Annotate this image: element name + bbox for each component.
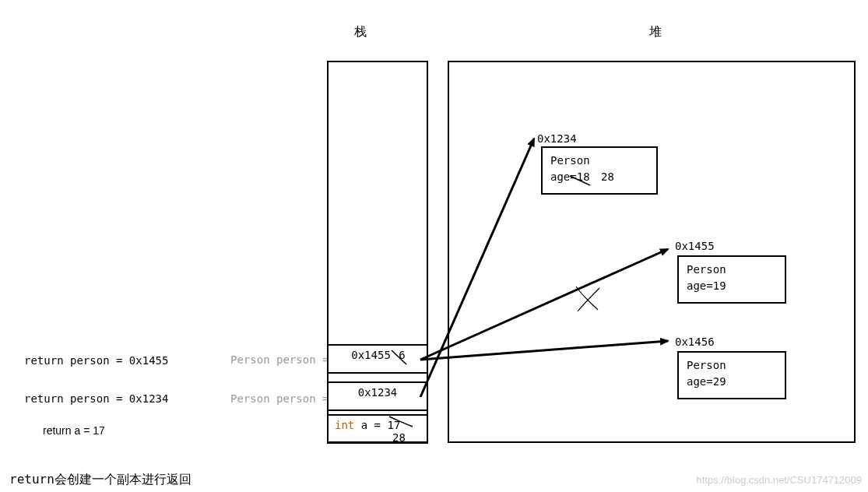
heap-box (448, 61, 856, 443)
stack-cell-1-overwrite: 6 (399, 349, 405, 361)
stack-cell-3-new: 28 (392, 431, 406, 444)
stack-cell-3: int a = 17 28 (327, 414, 428, 444)
heap-obj1-age-old: 18 (577, 170, 590, 183)
gray-person-person-1: Person person = (230, 353, 329, 366)
return-a: return a = 17 (43, 424, 105, 437)
stack-cell-3-old: 17 (387, 419, 400, 431)
stack-cell-3-int: int (335, 419, 354, 431)
return-person-2: return person = 0x1234 (24, 392, 168, 405)
heap-obj3-line1: Person (687, 357, 777, 374)
heap-obj2-line1: Person (687, 262, 777, 278)
gray-person-person-2: Person person = (230, 392, 329, 405)
stack-cell-3-mid: a = (354, 419, 387, 431)
heap-obj2-box: Person age=19 (677, 255, 786, 304)
watermark: https://blog.csdn.net/CSU174712009 (697, 474, 862, 486)
heap-obj2-line2: age=19 (687, 278, 777, 294)
heap-obj3-line2: age=29 (687, 374, 777, 390)
heap-obj1-line1: Person (550, 153, 648, 169)
heap-obj1-box: Person age=18 28 (541, 146, 658, 195)
stack-cell-1: 0x1455 6 (327, 344, 428, 374)
stack-header: 栈 (354, 24, 367, 40)
heap-obj1-addr: 0x1234 (537, 132, 577, 145)
heap-obj3-box: Person age=29 (677, 351, 786, 399)
stack-cell-2-value: 0x1234 (358, 386, 398, 399)
heap-obj1-age-prefix: age= (550, 170, 577, 183)
stack-cell-1-main: 0x1455 (351, 349, 391, 361)
footer-note: return会创建一个副本进行返回 (9, 472, 192, 488)
return-person-1: return person = 0x1455 (24, 354, 168, 367)
heap-obj1-age-new: 28 (601, 170, 614, 183)
heap-header: 堆 (649, 24, 662, 40)
heap-obj2-addr: 0x1455 (675, 240, 715, 252)
heap-obj3-addr: 0x1456 (675, 336, 715, 348)
stack-cell-2: 0x1234 (327, 381, 428, 411)
